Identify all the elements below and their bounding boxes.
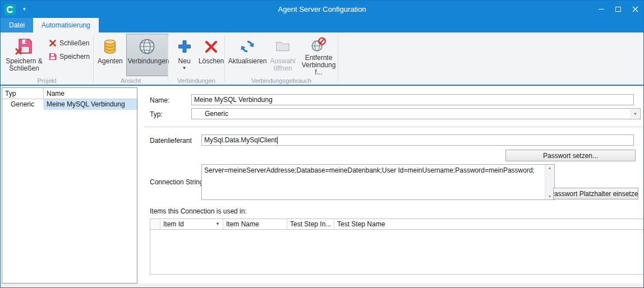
delete-label: Löschen (199, 58, 224, 65)
new-dropdown-icon[interactable]: ▼ (182, 66, 187, 71)
close-label: Schließen (59, 39, 89, 47)
main-content: Typ Name Generic Meine MySQL Verbindung … (1, 86, 643, 287)
col-header-test-step-name[interactable]: Test Step Name (334, 219, 644, 229)
connection-string-textarea[interactable]: Server=meineServerAddresse;Database=mein… (201, 164, 555, 200)
item-id-header-label: Item Id (163, 220, 184, 228)
ribbon-tab-bar: Datei Automatisierung (1, 18, 643, 32)
save-label: Speichern (59, 53, 90, 61)
new-connection-button[interactable]: Neu ▼ (173, 34, 195, 76)
save-floppy-icon (49, 53, 57, 61)
window-controls (593, 1, 643, 18)
ribbon: Speichern & Schließen Schließen Speicher… (1, 32, 643, 86)
minimize-icon (599, 9, 604, 10)
agents-label: Agenten (98, 58, 123, 65)
connections-list-header: Typ Name (2, 88, 137, 99)
maximize-button[interactable] (610, 1, 627, 18)
tab-datei[interactable]: Datei (1, 18, 33, 32)
items-table-body (150, 230, 644, 274)
filter-dropdown-icon[interactable]: ▼ (215, 221, 220, 226)
provider-label: Datenlieferant (150, 137, 192, 145)
delete-connection-button[interactable]: Löschen (197, 34, 225, 76)
form-separator (144, 127, 643, 127)
open-selection-label: Auswahl öffnen (267, 58, 298, 72)
remove-remote-connection-label: Entfernte Verbindung f... (300, 54, 338, 76)
col-header-typ[interactable]: Typ (2, 88, 44, 99)
provider-value: MySql.Data.MySqlClient (204, 136, 277, 144)
connection-typ-cell[interactable]: Generic (2, 99, 44, 110)
agents-icon (102, 36, 118, 57)
item-name-header-label: Item Name (226, 220, 259, 228)
open-selection-folder-icon (274, 36, 291, 57)
group-label-ansicht: Ansicht (94, 77, 168, 84)
close-red-x-icon (49, 39, 57, 47)
items-usage-title: Items this Connection is used in: (150, 207, 247, 215)
connection-string-label: Connection String (150, 178, 203, 186)
open-selection-button: Auswahl öffnen (266, 34, 299, 76)
connection-detail-form: Name: Typ: Generic ▼ Datenlieferant MySq… (144, 86, 643, 284)
provider-input[interactable]: MySql.Data.MySqlClient (201, 134, 634, 146)
save-button[interactable]: Speichern (48, 51, 93, 62)
window-bottom-strip (1, 284, 643, 287)
save-and-close-icon (15, 36, 33, 57)
items-table: Item Id ▼ Item Name Test Step In... Test… (150, 219, 644, 275)
connections-view-button[interactable]: Verbindungen (126, 34, 168, 76)
new-label: Neu (178, 58, 191, 65)
col-header-item-name[interactable]: Item Name (223, 219, 287, 229)
col-header-test-step-in[interactable]: Test Step In... (287, 219, 334, 229)
text-caret (277, 137, 278, 144)
app-logo-icon[interactable] (4, 4, 16, 15)
connection-row[interactable]: Generic Meine MySQL Verbindung (2, 99, 137, 110)
typ-select[interactable]: Generic ▼ (191, 108, 641, 119)
group-label-verbindungen: Verbindungen (168, 77, 224, 84)
test-step-in-header-label: Test Step In... (290, 220, 331, 228)
connection-name-cell[interactable]: Meine MySQL Verbindung (44, 99, 137, 110)
insert-password-placeholder-button[interactable]: Passwort Platzhalter einsetzen (553, 188, 638, 199)
col-header-name[interactable]: Name (44, 88, 137, 99)
maximize-icon (615, 7, 621, 12)
remove-remote-connection-icon (310, 36, 327, 53)
titlebar[interactable]: ▾ Agent Server Configuration (1, 1, 643, 18)
typ-label: Typ: (150, 110, 163, 118)
app-window: ▾ Agent Server Configuration Datei Autom… (0, 0, 644, 288)
connections-view-label: Verbindungen (127, 58, 167, 65)
connections-list: Typ Name Generic Meine MySQL Verbindung (2, 87, 137, 284)
name-input[interactable] (191, 94, 634, 105)
close-icon (632, 6, 638, 12)
tab-automatisierung[interactable]: Automatisierung (33, 18, 99, 32)
quick-access-dropdown-icon[interactable]: ▾ (23, 1, 26, 18)
minimize-button[interactable] (593, 1, 610, 18)
col-header-item-id[interactable]: Item Id ▼ (160, 219, 223, 229)
refresh-icon (239, 36, 256, 57)
remove-remote-connection-button[interactable]: Entfernte Verbindung f... (299, 34, 338, 76)
typ-selected-value: Generic (192, 110, 228, 118)
items-table-header: Item Id ▼ Item Name Test Step In... Test… (150, 219, 644, 230)
save-and-close-button[interactable]: Speichern & Schließen (4, 34, 44, 76)
new-plus-icon (177, 36, 192, 57)
refresh-label: Aktualisieren (228, 58, 267, 65)
refresh-button[interactable]: Aktualisieren (228, 34, 266, 76)
set-password-button[interactable]: Passwort setzen... (505, 150, 636, 161)
scroll-up-icon[interactable]: ▲ (548, 166, 552, 170)
agents-button[interactable]: Agenten (96, 34, 124, 76)
close-button-ribbon[interactable]: Schließen (48, 38, 93, 49)
connections-globe-icon (138, 36, 156, 57)
ribbon-group-verbindungsgebrauch: Aktualisieren Auswahl öffnen (225, 32, 338, 85)
row-indicator-header (150, 219, 160, 229)
scroll-down-icon[interactable]: ▼ (548, 194, 552, 198)
group-label-verbindungsgebrauch: Verbindungsgebrauch (225, 77, 338, 84)
close-button[interactable] (627, 1, 643, 18)
combo-dropdown-icon[interactable]: ▼ (631, 109, 640, 118)
connection-string-value: Server=meineServerAddresse;Database=mein… (204, 166, 543, 198)
ribbon-group-projekt: Speichern & Schließen Schließen Speicher… (1, 32, 94, 85)
test-step-name-header-label: Test Step Name (337, 220, 385, 228)
delete-x-icon (204, 36, 219, 57)
ribbon-group-verbindungen: Neu ▼ Löschen Verbindungen (168, 32, 225, 85)
name-label: Name: (150, 96, 169, 104)
group-label-projekt: Projekt (1, 77, 93, 84)
window-title: Agent Server Configuration (1, 5, 643, 13)
ribbon-group-ansicht: Agenten Verbindungen Ansicht (94, 32, 168, 85)
save-and-close-label: Speichern & Schließen (4, 58, 44, 72)
